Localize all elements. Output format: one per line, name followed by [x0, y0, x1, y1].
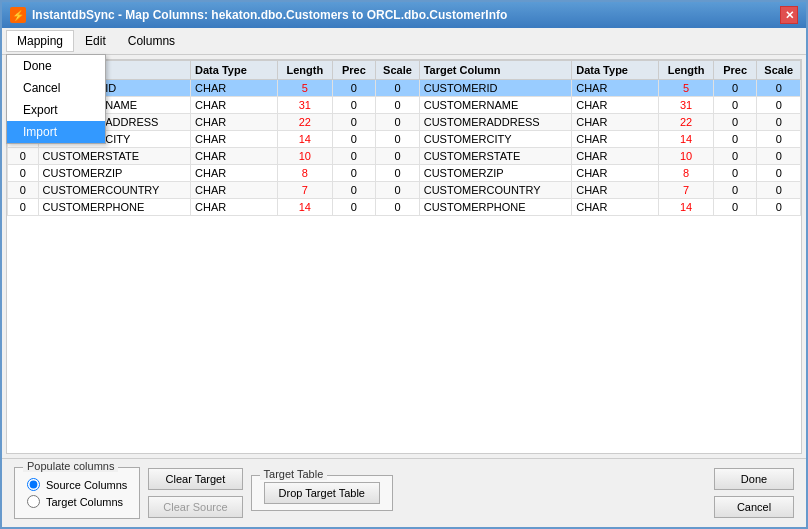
dropdown-cancel[interactable]: Cancel: [7, 77, 105, 99]
th-tgt-prec: Prec: [713, 61, 757, 80]
table-row[interactable]: 0CUSTOMERADDRESSCHAR2200CUSTOMERADDRESSC…: [8, 114, 801, 131]
dropdown-done[interactable]: Done: [7, 55, 105, 77]
th-src-prec: Prec: [332, 61, 376, 80]
target-radio-row: Target Columns: [27, 495, 127, 508]
target-radio[interactable]: [27, 495, 40, 508]
th-src-len: Length: [278, 61, 332, 80]
menu-edit[interactable]: Edit: [74, 30, 117, 52]
title-bar: ⚡ InstantdbSync - Map Columns: hekaton.d…: [2, 2, 806, 28]
clear-source-button[interactable]: Clear Source: [148, 496, 242, 518]
table-row[interactable]: 0CUSTOMERCOUNTRYCHAR700CUSTOMERCOUNTRYCH…: [8, 182, 801, 199]
bottom-panel: Populate columns Source Columns Target C…: [2, 458, 806, 527]
menu-bar: Mapping Edit Columns Done Cancel Export …: [2, 28, 806, 55]
th-tgt-dtype: Data Type: [572, 61, 659, 80]
menu-mapping[interactable]: Mapping: [6, 30, 74, 52]
populate-group: Populate columns Source Columns Target C…: [14, 467, 140, 519]
table-row[interactable]: 0CUSTOMERIDCHAR500CUSTOMERIDCHAR500: [8, 80, 801, 97]
cancel-button[interactable]: Cancel: [714, 496, 794, 518]
table-row[interactable]: 0CUSTOMERNAMECHAR3100CUSTOMERNAMECHAR310…: [8, 97, 801, 114]
mapping-dropdown: Done Cancel Export Import: [6, 54, 106, 144]
th-src-dtype: Data Type: [191, 61, 278, 80]
populate-legend: Populate columns: [23, 460, 118, 472]
clear-buttons: Clear Target Clear Source: [148, 468, 242, 518]
source-radio-row: Source Columns: [27, 478, 127, 491]
target-table-legend: Target Table: [260, 468, 328, 480]
right-buttons: Done Cancel: [714, 468, 794, 518]
table-row[interactable]: 0CUSTOMERCITYCHAR1400CUSTOMERCITYCHAR140…: [8, 131, 801, 148]
source-radio[interactable]: [27, 478, 40, 491]
app-icon: ⚡: [10, 7, 26, 23]
done-button[interactable]: Done: [714, 468, 794, 490]
target-table-group: Target Table Drop Target Table: [251, 475, 393, 511]
source-radio-label: Source Columns: [46, 479, 127, 491]
drop-target-table-button[interactable]: Drop Target Table: [264, 482, 380, 504]
dropdown-export[interactable]: Export: [7, 99, 105, 121]
columns-table: Column Data Type Length Prec Scale Targe…: [7, 60, 801, 216]
menu-columns[interactable]: Columns: [117, 30, 186, 52]
main-window: ⚡ InstantdbSync - Map Columns: hekaton.d…: [0, 0, 808, 529]
table-row[interactable]: 0CUSTOMERZIPCHAR800CUSTOMERZIPCHAR800: [8, 165, 801, 182]
dropdown-import[interactable]: Import: [7, 121, 105, 143]
th-tgt-scale: Scale: [757, 61, 801, 80]
columns-table-container: Column Data Type Length Prec Scale Targe…: [6, 59, 802, 454]
target-radio-label: Target Columns: [46, 496, 123, 508]
th-src-scale: Scale: [376, 61, 420, 80]
table-row[interactable]: 0CUSTOMERSTATECHAR1000CUSTOMERSTATECHAR1…: [8, 148, 801, 165]
th-tgt-len: Length: [659, 61, 713, 80]
close-button[interactable]: ✕: [780, 6, 798, 24]
table-row[interactable]: 0CUSTOMERPHONECHAR1400CUSTOMERPHONECHAR1…: [8, 199, 801, 216]
clear-target-button[interactable]: Clear Target: [148, 468, 242, 490]
th-tgt-col: Target Column: [419, 61, 572, 80]
window-title: InstantdbSync - Map Columns: hekaton.dbo…: [32, 8, 507, 22]
